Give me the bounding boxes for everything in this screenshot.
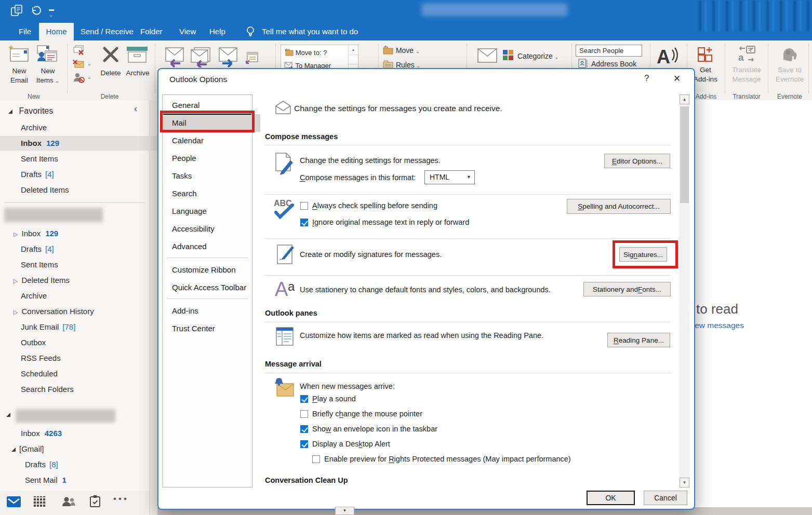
- tab-folder[interactable]: Folder: [140, 23, 163, 40]
- nav-accessibility[interactable]: Accessibility: [163, 220, 260, 238]
- quick-access-app-icon[interactable]: [10, 4, 24, 18]
- folder-inbox-acct1[interactable]: ▷Inbox129: [0, 226, 163, 241]
- ignore-original-checkbox[interactable]: [300, 219, 308, 226]
- folder-inbox-acct2[interactable]: Inbox4263: [0, 426, 170, 441]
- folder-rss-feeds[interactable]: RSS Feeds: [0, 351, 170, 365]
- folder-conversation-history[interactable]: ▷Conversation History: [0, 304, 163, 319]
- quick-steps-up-icon[interactable]: ▲: [349, 45, 358, 55]
- customize-quick-access-icon[interactable]: ▬⌄: [49, 6, 54, 18]
- favorites-header[interactable]: Favorites: [0, 104, 149, 118]
- spell-check-label[interactable]: Always check spelling before sending: [312, 200, 437, 211]
- ignore-original-label[interactable]: Ignore original message text in reply or…: [312, 217, 469, 227]
- unread-read-icon[interactable]: [477, 47, 498, 64]
- tab-send-receive[interactable]: Send / Receive: [81, 23, 134, 40]
- clean-up-caret-icon[interactable]: ⌄: [87, 61, 91, 66]
- folder-outbox[interactable]: Outbox: [0, 335, 170, 350]
- quick-steps-mid[interactable]: [349, 55, 358, 64]
- rights-preview-checkbox[interactable]: [312, 455, 320, 463]
- tab-view[interactable]: View: [179, 23, 196, 40]
- mouse-pointer-checkbox[interactable]: [300, 410, 308, 418]
- folder-archive-fav[interactable]: Archive: [0, 120, 170, 135]
- folder-scheduled[interactable]: Scheduled: [0, 367, 170, 381]
- stationery-fonts-button[interactable]: Stationery and Fonts...: [583, 282, 671, 296]
- account1-name-redacted[interactable]: [4, 208, 103, 222]
- folder-drafts-acct1[interactable]: Drafts[4]: [0, 242, 170, 256]
- collapse-triangle-icon[interactable]: [11, 448, 16, 452]
- folder-junk-email[interactable]: Junk Email[78]: [0, 320, 170, 334]
- play-sound-checkbox[interactable]: [300, 395, 308, 403]
- translate-message-button[interactable]: a Translate Message: [730, 46, 763, 84]
- expander-icon[interactable]: ▷: [14, 231, 18, 237]
- get-addins-button[interactable]: Get Add-ins: [692, 46, 719, 84]
- search-people-input[interactable]: [576, 45, 642, 57]
- scroll-down-icon[interactable]: ▼: [680, 478, 689, 487]
- tell-me-box[interactable]: Tell me what you want to do: [262, 23, 358, 40]
- folder-inbox-fav[interactable]: Inbox129: [0, 136, 170, 151]
- nav-advanced[interactable]: Advanced: [163, 238, 260, 255]
- reply-icon[interactable]: [165, 46, 184, 67]
- folder-archive-acct1[interactable]: Archive: [0, 289, 170, 303]
- new-email-button[interactable]: New Email: [7, 45, 30, 90]
- dialog-close-icon[interactable]: ✕: [673, 73, 681, 84]
- minimize-folder-pane-icon[interactable]: ‹: [134, 103, 137, 114]
- background-dropdown-icon[interactable]: ▼: [335, 507, 354, 515]
- move-button[interactable]: Move ⌄: [382, 45, 420, 57]
- calendar-nav-icon[interactable]: [34, 496, 46, 507]
- mouse-pointer-label[interactable]: Briefly change the mouse pointer: [312, 409, 422, 419]
- tab-home[interactable]: Home: [39, 23, 74, 40]
- junk-icon[interactable]: [73, 73, 85, 83]
- dialog-help-icon[interactable]: ?: [644, 73, 649, 84]
- format-select[interactable]: HTML ▼: [424, 170, 475, 184]
- nav-people[interactable]: People: [163, 150, 260, 167]
- save-to-evernote-button[interactable]: Save to Evernote: [774, 46, 806, 84]
- editor-options-button[interactable]: Editor Options...: [604, 154, 670, 168]
- play-sound-label[interactable]: Play a sound: [312, 394, 356, 404]
- envelope-taskbar-checkbox[interactable]: [300, 425, 308, 433]
- delete-button[interactable]: Delete: [98, 46, 124, 78]
- cancel-button[interactable]: Cancel: [644, 491, 687, 505]
- undo-icon[interactable]: [30, 5, 42, 17]
- nav-trust-center[interactable]: Trust Center: [163, 320, 260, 337]
- tab-help[interactable]: Help: [209, 23, 225, 40]
- ok-button[interactable]: OK: [587, 491, 635, 505]
- folder-search-folders[interactable]: Search Folders: [0, 382, 170, 397]
- clean-up-icon[interactable]: [73, 59, 84, 69]
- folder-sent-mail-gmail[interactable]: Sent Mail1: [0, 473, 174, 487]
- collapse-triangle-icon[interactable]: [6, 413, 10, 417]
- folder-sent-items-acct1[interactable]: Sent Items: [0, 258, 170, 272]
- desktop-alert-label[interactable]: Display a Desktop Alert: [312, 439, 390, 449]
- tab-file[interactable]: File: [6, 23, 44, 40]
- nav-search[interactable]: Search: [163, 185, 260, 202]
- account2-name-redacted[interactable]: [16, 409, 115, 423]
- folder-drafts-gmail[interactable]: Drafts[8]: [0, 457, 174, 472]
- nav-quick-access-toolbar[interactable]: Quick Access Toolbar: [163, 279, 260, 296]
- view-messages-link[interactable]: view messages: [689, 321, 744, 330]
- forward-icon[interactable]: [218, 46, 238, 67]
- nav-customize-ribbon[interactable]: Customize Ribbon: [163, 261, 260, 279]
- folder-deleted-items-acct1[interactable]: ▷Deleted Items: [0, 273, 163, 288]
- meeting-icon[interactable]: [246, 51, 259, 64]
- scrollbar-thumb[interactable]: [680, 106, 689, 203]
- nav-language[interactable]: Language: [163, 202, 260, 220]
- spelling-autocorrect-button[interactable]: Spelling and Autocorrect...: [567, 199, 671, 214]
- read-aloud-icon[interactable]: A: [656, 46, 680, 69]
- desktop-alert-checkbox[interactable]: [300, 440, 308, 448]
- nav-addins[interactable]: Add-ins: [163, 302, 260, 320]
- reading-pane-button[interactable]: Reading Pane...: [607, 333, 670, 347]
- folder-deleted-items-fav[interactable]: Deleted Items: [0, 183, 170, 197]
- categorize-button[interactable]: Categorize ⌄: [503, 50, 558, 63]
- expander-icon[interactable]: ▷: [14, 309, 18, 315]
- folder-drafts-fav[interactable]: Drafts[4]: [0, 167, 170, 182]
- rights-preview-label[interactable]: Enable preview for Rights Protected mess…: [324, 454, 571, 464]
- tasks-nav-icon[interactable]: [89, 495, 101, 508]
- quick-step-move-to[interactable]: Move to: ?: [284, 47, 327, 59]
- mail-nav-icon[interactable]: [7, 496, 21, 507]
- expander-icon[interactable]: ▷: [14, 278, 18, 284]
- spell-check-checkbox[interactable]: [300, 202, 308, 210]
- reply-all-icon[interactable]: [190, 46, 211, 67]
- junk-caret-icon[interactable]: ⌄: [87, 75, 91, 80]
- nav-tasks[interactable]: Tasks: [163, 167, 260, 185]
- collapse-triangle-icon[interactable]: [8, 110, 12, 114]
- archive-button[interactable]: Archive: [125, 46, 151, 78]
- scroll-up-icon[interactable]: ▲: [680, 94, 689, 104]
